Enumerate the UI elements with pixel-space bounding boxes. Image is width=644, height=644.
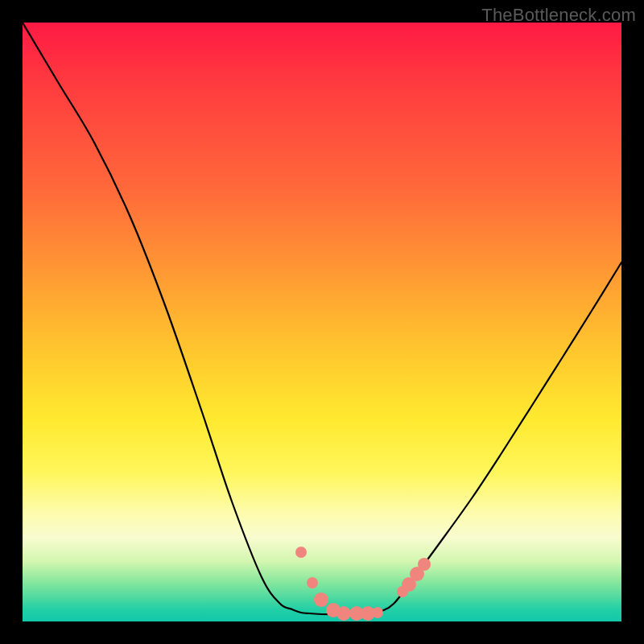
chart-frame: TheBottleneck.com (0, 0, 644, 644)
plot-area (23, 23, 621, 621)
data-markers (295, 547, 431, 621)
chart-svg (23, 23, 621, 621)
curve-left-arm (23, 23, 352, 614)
right-marker-1 (372, 607, 383, 618)
left-marker-3 (314, 592, 328, 607)
watermark-text: TheBottleneck.com (481, 5, 636, 26)
left-marker-1 (295, 547, 307, 558)
mid-marker-1 (336, 606, 351, 621)
left-marker-2 (307, 577, 318, 588)
curve-right-arm (352, 262, 621, 613)
right-marker-5 (418, 558, 431, 571)
